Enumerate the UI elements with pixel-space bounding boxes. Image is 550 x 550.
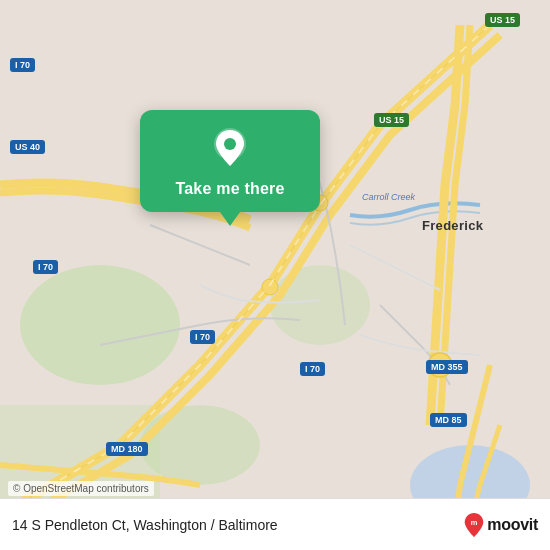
frederick-label: Frederick: [422, 218, 483, 233]
shield-us40: US 40: [10, 140, 45, 154]
shield-us15-top: US 15: [485, 13, 520, 27]
svg-point-11: [224, 138, 236, 150]
shield-md85: MD 85: [430, 413, 467, 427]
address-label: 14 S Pendleton Ct, Washington / Baltimor…: [12, 517, 278, 533]
carroll-creek-label: Carroll Creek: [362, 192, 415, 202]
location-pin-icon: [208, 126, 252, 170]
svg-point-1: [20, 265, 180, 385]
shield-md355: MD 355: [426, 360, 468, 374]
svg-point-3: [270, 265, 370, 345]
moovit-logo: m moovit: [463, 512, 538, 538]
shield-i70-bottom2: I 70: [300, 362, 325, 376]
take-me-there-button[interactable]: Take me there: [175, 180, 284, 198]
footer-bar: 14 S Pendleton Ct, Washington / Baltimor…: [0, 498, 550, 550]
map-container: I 70 US 40 I 70 I 70 I 70 US 15 US 15 MD…: [0, 0, 550, 550]
map-attribution: © OpenStreetMap contributors: [8, 481, 154, 496]
svg-text:m: m: [471, 518, 478, 527]
moovit-pin-icon: m: [463, 512, 485, 538]
shield-i70-top: I 70: [10, 58, 35, 72]
shield-us15-mid: US 15: [374, 113, 409, 127]
moovit-text: moovit: [487, 516, 538, 534]
svg-point-7: [262, 279, 278, 295]
shield-i70-mid: I 70: [33, 260, 58, 274]
popup-card: Take me there: [140, 110, 320, 212]
shield-md180: MD 180: [106, 442, 148, 456]
shield-i70-bottom: I 70: [190, 330, 215, 344]
